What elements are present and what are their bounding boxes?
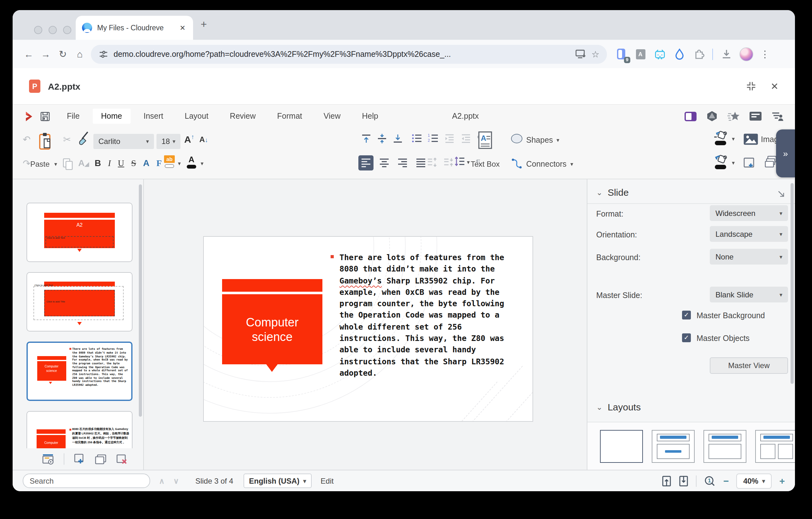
menu-view[interactable]: View xyxy=(316,109,349,124)
move-down-icon[interactable] xyxy=(443,157,454,167)
menu-insert[interactable]: Insert xyxy=(135,109,172,124)
home-icon[interactable]: ⌂ xyxy=(71,49,88,59)
align-right-button[interactable] xyxy=(395,155,410,170)
hexagon-extension-icon[interactable] xyxy=(706,110,718,122)
align-left-button[interactable] xyxy=(358,155,374,170)
master-background-label[interactable]: Master Background xyxy=(697,311,765,320)
forward-icon[interactable]: → xyxy=(37,49,54,59)
search-next-icon[interactable]: ∨ xyxy=(174,476,179,485)
menu-home[interactable]: Home xyxy=(93,109,130,124)
underline-button[interactable]: U xyxy=(118,159,124,169)
menu-file[interactable]: File xyxy=(59,109,88,124)
fit-slide-icon[interactable] xyxy=(662,475,672,487)
decrease-font-icon[interactable]: A↓ xyxy=(199,135,208,144)
shapes-ellipse-icon[interactable] xyxy=(511,134,522,143)
italic-button[interactable]: I xyxy=(108,159,111,169)
text-effects-button[interactable]: A xyxy=(143,158,149,168)
browser-profile-avatar[interactable] xyxy=(740,47,753,61)
collapse-section-icon[interactable]: ⌄ xyxy=(596,188,603,197)
increase-indent-icon[interactable] xyxy=(461,133,471,143)
slide-title-bar-shape[interactable] xyxy=(222,279,322,292)
address-bar[interactable]: demo.cloudreve.org/home?path=cloudreve%3… xyxy=(91,45,607,63)
slide-thumbnail-2[interactable]: Click to add Text Click to add Title xyxy=(27,272,133,331)
a-extension-icon[interactable]: A xyxy=(634,47,647,61)
sidebar-scrollbar[interactable] xyxy=(790,183,794,384)
reload-icon[interactable]: ↻ xyxy=(54,48,71,60)
line-spacing-icon[interactable] xyxy=(454,156,465,167)
tab-close-icon[interactable]: ✕ xyxy=(178,22,187,33)
background-select[interactable]: None▾ xyxy=(710,249,788,265)
decrease-indent-icon[interactable] xyxy=(444,133,455,143)
purple-panel-extension-icon[interactable] xyxy=(685,111,697,121)
shapes-label[interactable]: Shapes xyxy=(526,136,553,144)
align-justify-button[interactable] xyxy=(413,155,428,170)
language-select[interactable]: English (USA) ▾ xyxy=(243,473,312,488)
paste-icon[interactable] xyxy=(38,132,53,151)
master-objects-label[interactable]: Master Objects xyxy=(697,334,750,343)
sidebar-extension-icon[interactable]: 9 xyxy=(614,47,627,61)
new-tab-button[interactable]: + xyxy=(201,18,207,31)
close-window-button[interactable] xyxy=(34,26,42,34)
layout-two-content[interactable] xyxy=(755,430,795,463)
bullets-icon[interactable] xyxy=(411,133,422,143)
minimize-window-button[interactable] xyxy=(49,26,57,34)
bilibili-tv-extension-icon[interactable] xyxy=(654,47,666,61)
fill-color-icon[interactable] xyxy=(713,155,728,170)
redo-icon[interactable]: ↷ xyxy=(23,158,31,169)
slide-section-header[interactable]: ⌄ Slide xyxy=(596,187,629,198)
orientation-select[interactable]: Landscape▾ xyxy=(710,226,788,242)
slide-body-text[interactable]: There are lots of features from the 8080… xyxy=(340,252,514,379)
thumbnails-scrollbar[interactable] xyxy=(139,184,142,417)
exit-fullscreen-icon[interactable] xyxy=(746,81,757,91)
expand-toolbar-button[interactable]: » xyxy=(776,130,795,177)
align-top-icon[interactable] xyxy=(361,133,372,144)
connectors-icon[interactable] xyxy=(511,158,522,169)
highlight-color-icon[interactable]: ab xyxy=(164,155,175,168)
image-icon[interactable] xyxy=(743,133,758,145)
slide-thumbnail-1[interactable]: A2 Click to add Text xyxy=(27,203,133,262)
delete-slide-panel-icon[interactable] xyxy=(116,454,128,464)
text-box-label[interactable]: Text Box xyxy=(464,160,506,169)
master-slide-select[interactable]: Blank Slide▾ xyxy=(710,286,788,302)
card-form-icon[interactable] xyxy=(750,112,761,120)
connectors-label[interactable]: Connectors xyxy=(526,160,567,169)
font-color-icon[interactable]: A xyxy=(187,155,196,169)
bold-button[interactable]: B xyxy=(95,158,101,168)
macos-window-controls[interactable] xyxy=(34,26,71,34)
add-slide-icon[interactable] xyxy=(743,157,756,170)
open-advanced-settings-icon[interactable] xyxy=(777,189,785,198)
align-middle-icon[interactable] xyxy=(377,133,387,144)
layout-blank[interactable] xyxy=(600,430,643,463)
current-slide[interactable]: Computerscience There are lots of featur… xyxy=(203,236,533,422)
duplicate-slide-icon[interactable] xyxy=(765,155,777,169)
copy-icon[interactable] xyxy=(62,158,74,170)
search-input[interactable] xyxy=(23,473,150,488)
duplicate-slide-panel-icon[interactable] xyxy=(95,454,107,464)
outline-color-icon[interactable] xyxy=(713,131,728,146)
menu-layout[interactable]: Layout xyxy=(177,109,217,124)
speed-star-icon[interactable] xyxy=(727,111,740,121)
zoom-in-icon[interactable]: + xyxy=(779,475,785,486)
clear-format-icon[interactable]: A◢ xyxy=(78,158,89,168)
font-name-select[interactable]: Carlito▾ xyxy=(93,134,154,149)
format-painter-icon[interactable] xyxy=(78,131,91,148)
menu-format[interactable]: Format xyxy=(269,109,311,124)
layouts-section-header[interactable]: ⌄ Layouts xyxy=(596,402,641,412)
bookmark-star-icon[interactable]: ☆ xyxy=(591,49,599,59)
fit-width-icon[interactable] xyxy=(679,475,689,487)
user-list-icon[interactable] xyxy=(771,111,784,121)
layout-title-body[interactable] xyxy=(703,430,746,463)
image-label[interactable]: Image xyxy=(761,135,776,144)
highlight-caret-icon[interactable]: ▾ xyxy=(178,160,181,167)
font-color-caret-icon[interactable]: ▾ xyxy=(201,160,203,167)
cut-icon[interactable]: ✂ xyxy=(63,134,71,145)
align-bottom-icon[interactable] xyxy=(393,133,403,144)
browser-menu-kebab-icon[interactable]: ⋮ xyxy=(760,48,768,60)
text-box-icon[interactable]: A xyxy=(478,131,492,149)
fill-color-caret-icon[interactable]: ▾ xyxy=(732,160,735,166)
slide-canvas[interactable]: Computerscience There are lots of featur… xyxy=(144,179,587,470)
site-settings-icon[interactable] xyxy=(98,49,109,59)
font-glyph-button[interactable]: F xyxy=(156,159,162,169)
format-select[interactable]: Widescreen▾ xyxy=(710,205,788,221)
slide-title-text[interactable]: Computerscience xyxy=(222,315,322,344)
